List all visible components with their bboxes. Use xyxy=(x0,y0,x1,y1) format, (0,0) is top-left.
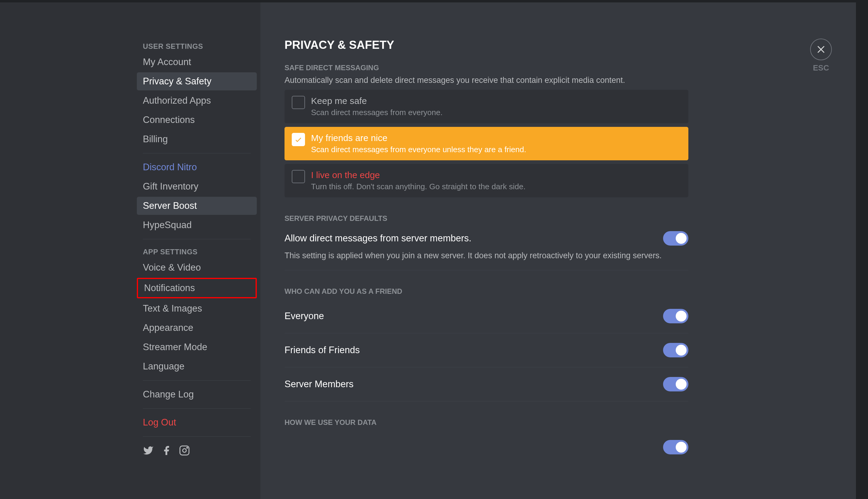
toggle-label-everyone: Everyone xyxy=(284,311,324,321)
page-title: Privacy & Safety xyxy=(284,39,688,51)
checkbox-icon xyxy=(292,133,305,146)
radio-desc: Scan direct messages from everyone unles… xyxy=(311,145,681,154)
radio-desc: Turn this off. Don't scan anything. Go s… xyxy=(311,182,681,191)
radio-title: I live on the edge xyxy=(311,170,681,180)
safe-dm-desc: Automatically scan and delete direct mes… xyxy=(284,76,688,85)
server-privacy-header: Server Privacy Defaults xyxy=(284,214,688,223)
close-button[interactable]: ESC xyxy=(810,39,832,73)
sidebar-item-language[interactable]: Language xyxy=(137,357,257,376)
toggle-label-friends-of-friends: Friends of Friends xyxy=(284,345,360,355)
checkbox-icon xyxy=(292,170,305,183)
settings-sidebar: User Settings My Account Privacy & Safet… xyxy=(137,39,257,499)
safe-dm-radio-group: Keep me safe Scan direct messages from e… xyxy=(284,90,688,197)
app-settings-header: App Settings xyxy=(137,244,257,258)
twitter-icon[interactable] xyxy=(143,445,154,456)
friend-add-header: Who Can Add You As A Friend xyxy=(284,287,688,296)
divider xyxy=(143,436,251,437)
sidebar-item-billing[interactable]: Billing xyxy=(137,130,257,148)
sidebar-item-log-out[interactable]: Log Out xyxy=(137,413,257,431)
toggle-everyone[interactable] xyxy=(663,309,688,323)
toggle-friends-of-friends[interactable] xyxy=(663,343,688,357)
close-icon xyxy=(816,44,827,55)
sidebar-item-hypesquad[interactable]: HypeSquad xyxy=(137,216,257,234)
instagram-icon[interactable] xyxy=(179,445,190,456)
svg-point-1 xyxy=(183,449,186,452)
close-label: ESC xyxy=(813,63,829,73)
sidebar-item-authorized-apps[interactable]: Authorized Apps xyxy=(137,92,257,110)
divider xyxy=(143,408,251,409)
sidebar-item-connections[interactable]: Connections xyxy=(137,111,257,129)
radio-keep-me-safe[interactable]: Keep me safe Scan direct messages from e… xyxy=(284,90,688,123)
radio-title: Keep me safe xyxy=(311,96,681,106)
data-usage-header: How We Use Your Data xyxy=(284,418,688,427)
facebook-icon[interactable] xyxy=(161,445,172,456)
allow-dm-desc: This setting is applied when you join a … xyxy=(284,251,688,270)
allow-dm-toggle[interactable] xyxy=(663,231,688,246)
sidebar-item-voice-video[interactable]: Voice & Video xyxy=(137,258,257,277)
radio-title: My friends are nice xyxy=(311,133,681,143)
toggle-label-server-members: Server Members xyxy=(284,379,354,390)
sidebar-item-change-log[interactable]: Change Log xyxy=(137,386,257,403)
toggle-server-members[interactable] xyxy=(663,377,688,391)
sidebar-item-discord-nitro[interactable]: Discord Nitro xyxy=(137,158,257,176)
sidebar-item-my-account[interactable]: My Account xyxy=(137,53,257,71)
sidebar-item-appearance[interactable]: Appearance xyxy=(137,319,257,337)
allow-dm-label: Allow direct messages from server member… xyxy=(284,233,472,244)
sidebar-item-server-boost[interactable]: Server Boost xyxy=(137,197,257,215)
safe-dm-header: Safe Direct Messaging xyxy=(284,64,688,72)
sidebar-item-streamer-mode[interactable]: Streamer Mode xyxy=(137,338,257,356)
divider xyxy=(143,239,251,239)
radio-desc: Scan direct messages from everyone. xyxy=(311,108,681,117)
sidebar-item-privacy-safety[interactable]: Privacy & Safety xyxy=(137,72,257,90)
sidebar-item-notifications[interactable]: Notifications xyxy=(137,278,257,298)
radio-live-on-edge[interactable]: I live on the edge Turn this off. Don't … xyxy=(284,164,688,197)
toggle-data-usage[interactable] xyxy=(663,440,688,454)
checkbox-icon xyxy=(292,96,305,109)
sidebar-item-text-images[interactable]: Text & Images xyxy=(137,300,257,318)
svg-point-2 xyxy=(187,448,188,448)
divider xyxy=(143,153,251,154)
radio-friends-are-nice[interactable]: My friends are nice Scan direct messages… xyxy=(284,127,688,160)
sidebar-item-gift-inventory[interactable]: Gift Inventory xyxy=(137,178,257,196)
user-settings-header: User Settings xyxy=(137,39,257,53)
